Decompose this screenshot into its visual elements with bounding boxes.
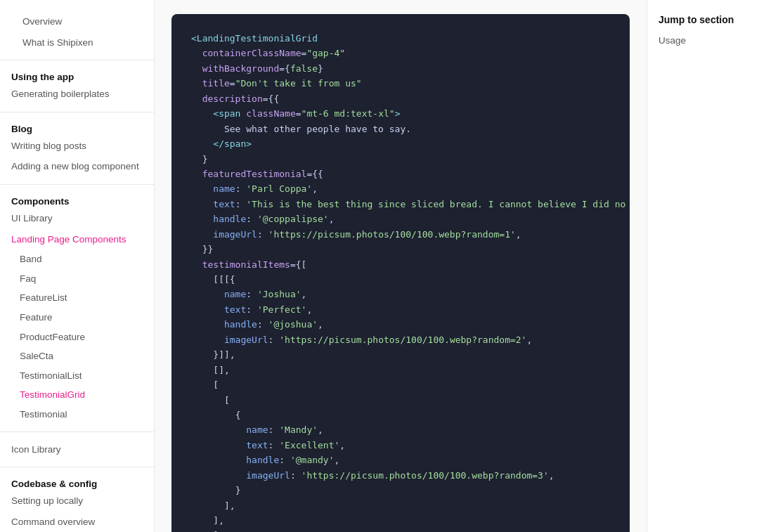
sidebar-item-testimonial[interactable]: Testimonial xyxy=(0,405,154,424)
sidebar-item-overview[interactable]: Overview xyxy=(11,11,143,32)
sidebar-item-setting-up-locally[interactable]: Setting up locally xyxy=(0,491,154,512)
sidebar-item-landing-page-components[interactable]: Landing Page Components xyxy=(0,229,154,250)
sidebar-heading-codebase: Codebase & config xyxy=(0,474,154,491)
sidebar-item-faq[interactable]: Faq xyxy=(0,269,154,289)
sidebar-item-adding-blog-component[interactable]: Adding a new blog component xyxy=(0,156,154,177)
sidebar-item-testimoniallist[interactable]: TestimonialList xyxy=(0,366,154,386)
right-panel: Jump to section Usage xyxy=(647,0,759,532)
sidebar-heading-components: Components xyxy=(0,192,154,208)
right-panel-link-usage[interactable]: Usage xyxy=(659,34,748,47)
sidebar-heading-blog: Blog xyxy=(0,119,154,136)
sidebar-item-featurelist[interactable]: FeatureList xyxy=(0,288,154,308)
sidebar-item-generating-boilerplates[interactable]: Generating boilerplates xyxy=(0,84,154,105)
sidebar-item-testimonialgrid[interactable]: TestimonialGrid xyxy=(0,385,154,405)
sidebar-item-ui-library[interactable]: UI Library xyxy=(0,208,154,229)
right-panel-title: Jump to section xyxy=(659,14,748,25)
sidebar-item-productfeature[interactable]: ProductFeature xyxy=(0,327,154,347)
sidebar-item-band[interactable]: Band xyxy=(0,249,154,269)
sidebar: Overview What is Shipixen Using the app … xyxy=(0,0,155,532)
sidebar-item-command-overview[interactable]: Command overview xyxy=(0,512,154,532)
sidebar-item-writing-blog-posts[interactable]: Writing blog posts xyxy=(0,136,154,157)
sidebar-item-icon-library[interactable]: Icon Library xyxy=(0,439,154,460)
sidebar-item-what-is-shipixen[interactable]: What is Shipixen xyxy=(11,32,143,53)
sidebar-heading-using: Using the app xyxy=(0,67,154,84)
code-content: <LandingTestimonialGrid containerClassNa… xyxy=(191,31,610,532)
sidebar-item-feature[interactable]: Feature xyxy=(0,308,154,327)
main-content: <LandingTestimonialGrid containerClassNa… xyxy=(155,0,647,532)
sidebar-item-salecta[interactable]: SaleCta xyxy=(0,346,154,366)
code-block: <LandingTestimonialGrid containerClassNa… xyxy=(171,14,630,532)
